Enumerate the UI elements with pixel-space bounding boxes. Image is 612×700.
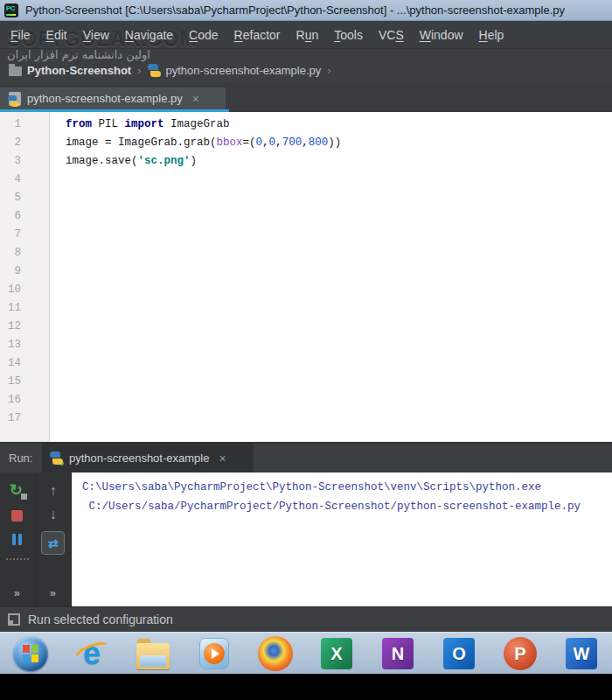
menu-item-navigate[interactable]: Navigate [117, 24, 181, 46]
menu-item-run[interactable]: Run [289, 24, 327, 46]
line-number: 13 [0, 336, 49, 354]
up-stack-trace-button[interactable]: ↑ [50, 484, 57, 498]
line-number: 1 [0, 116, 49, 134]
code-area[interactable]: from PIL import ImageGrabimage = ImageGr… [50, 112, 612, 442]
console-line: C:/Users/saba/PycharmProject/Python-Scre… [82, 497, 612, 516]
close-run-tab-icon[interactable]: × [219, 452, 226, 466]
more-actions-button[interactable]: » [14, 586, 21, 599]
console-output[interactable]: C:\Users\saba\PycharmProject\Python-Scre… [72, 472, 612, 606]
python-file-icon [9, 92, 21, 106]
run-toolbar-left: ↻ » [0, 472, 36, 606]
taskbar-icon-internet-explorer[interactable]: e [74, 636, 109, 671]
watermark-tagline: اولین دانشنامه نرم افزار ایران [7, 48, 182, 61]
menu-item-vcs[interactable]: VCS [371, 24, 412, 46]
run-config-tab[interactable]: python-screenshot-example × [42, 443, 254, 473]
pycharm-logo-icon: PC [4, 4, 18, 18]
taskbar-slot: W [551, 633, 612, 675]
line-number: 17 [0, 410, 49, 428]
toolwindow-toggle-icon[interactable] [8, 613, 20, 626]
menu-item-tools[interactable]: Tools [326, 24, 371, 46]
taskbar-slot: X [306, 633, 367, 675]
console-settings-button[interactable]: ⇄ [41, 531, 65, 555]
line-number: 14 [0, 354, 49, 373]
taskbar-icon-media-player[interactable] [199, 638, 229, 669]
menu-item-view[interactable]: View [75, 24, 117, 46]
tab-python-screenshot-example[interactable]: python-screenshot-example.py × [0, 88, 226, 109]
onenote-glyph: N [392, 644, 404, 664]
windows-taskbar: eXNOPW [0, 632, 612, 674]
line-number: 5 [0, 189, 49, 207]
taskbar-slot [0, 633, 61, 675]
taskbar-icon-firefox[interactable] [258, 636, 293, 671]
more-actions-button[interactable]: » [50, 586, 57, 599]
run-toolbar-right: ↑ ↓ ⇄ » [36, 472, 72, 606]
run-toolwindow-header: Run: python-screenshot-example × [0, 442, 612, 472]
line-number: 15 [0, 373, 49, 391]
taskbar-slot: O [428, 633, 490, 675]
chevron-right-icon: › [327, 64, 330, 77]
code-line: from PIL import ImageGrab [66, 116, 612, 134]
editor-gutter[interactable]: 1234567891011121314151617 [0, 112, 50, 442]
menu-item-window[interactable]: Window [412, 24, 471, 46]
window-title: Python-Screenshot [C:\Users\saba\Pycharm… [25, 4, 612, 17]
taskbar-slot [122, 633, 184, 675]
console-line: C:\Users\saba\PycharmProject\Python-Scre… [82, 478, 612, 497]
code-editor: 1234567891011121314151617 from PIL impor… [0, 112, 612, 442]
taskbar-icon-powerpoint[interactable]: P [504, 637, 537, 670]
breadcrumb-file[interactable]: python-screenshot-example.py [148, 64, 322, 77]
menu-item-refactor[interactable]: Refactor [226, 24, 289, 46]
pause-output-button[interactable] [12, 534, 22, 545]
taskbar-icon-word[interactable]: W [566, 638, 597, 669]
menu-item-help[interactable]: Help [471, 24, 512, 46]
close-tab-icon[interactable]: × [192, 92, 199, 106]
powerpoint-glyph: P [514, 644, 525, 664]
run-badge-icon [59, 460, 65, 466]
line-number: 11 [0, 299, 49, 318]
folder-icon [9, 66, 22, 76]
taskbar-icon-outlook[interactable]: O [443, 638, 475, 669]
menu-item-code[interactable]: Code [181, 24, 226, 46]
taskbar-icon-start-menu[interactable] [13, 636, 48, 671]
taskbar-icon-excel[interactable]: X [321, 638, 352, 669]
status-message: Run selected configuration [28, 612, 173, 626]
line-number: 6 [0, 207, 49, 226]
pycharm-window: PC Python-Screenshot [C:\Users\saba\Pych… [0, 0, 612, 700]
screen-bottom-black [0, 674, 612, 700]
run-toolwindow-body: ↻ » ↑ ↓ ⇄ » C:\Users\saba\PycharmProject… [0, 472, 612, 606]
line-number: 12 [0, 318, 49, 336]
code-line: image.save('sc.png') [66, 152, 612, 171]
line-number: 4 [0, 171, 49, 189]
taskbar-slot [245, 633, 306, 675]
stop-button[interactable] [11, 510, 23, 522]
internet-explorer-glyph: e [83, 638, 101, 669]
taskbar-icon-onenote[interactable]: N [382, 638, 414, 669]
taskbar-slot: P [490, 633, 551, 675]
chevron-right-icon: › [137, 64, 141, 77]
run-toolbar: ↻ » ↑ ↓ ⇄ » [0, 472, 72, 606]
taskbar-slot: N [367, 633, 428, 675]
line-number: 10 [0, 281, 49, 299]
excel-glyph: X [330, 644, 342, 664]
status-bar: Run selected configuration [0, 606, 612, 632]
taskbar-icon-file-explorer[interactable] [136, 643, 170, 669]
toolbar-separator [6, 558, 29, 560]
title-bar: PC Python-Screenshot [C:\Users\saba\Pych… [0, 0, 612, 21]
taskbar-slot: e [61, 633, 122, 675]
menu-item-file[interactable]: File [3, 24, 38, 46]
menu-item-edit[interactable]: Edit [38, 24, 75, 46]
editor-tab-strip: python-screenshot-example.py × [0, 83, 612, 112]
menu-bar: FileEditViewNavigateCodeRefactorRunTools… [0, 21, 612, 49]
line-number: 2 [0, 134, 49, 152]
code-line: image = ImageGrab.grab(bbox=(0,0,700,800… [66, 134, 612, 152]
line-number: 8 [0, 244, 49, 262]
python-run-icon [50, 452, 63, 465]
rerun-button[interactable]: ↻ [10, 484, 25, 498]
breadcrumb-project[interactable]: Python-Screenshot [9, 64, 131, 77]
line-number: 3 [0, 152, 49, 171]
taskbar-slot [184, 633, 245, 675]
outlook-glyph: O [452, 644, 466, 664]
line-number: 9 [0, 262, 49, 281]
word-glyph: W [574, 644, 590, 664]
down-stack-trace-button[interactable]: ↓ [50, 508, 57, 522]
python-file-icon [148, 64, 161, 77]
